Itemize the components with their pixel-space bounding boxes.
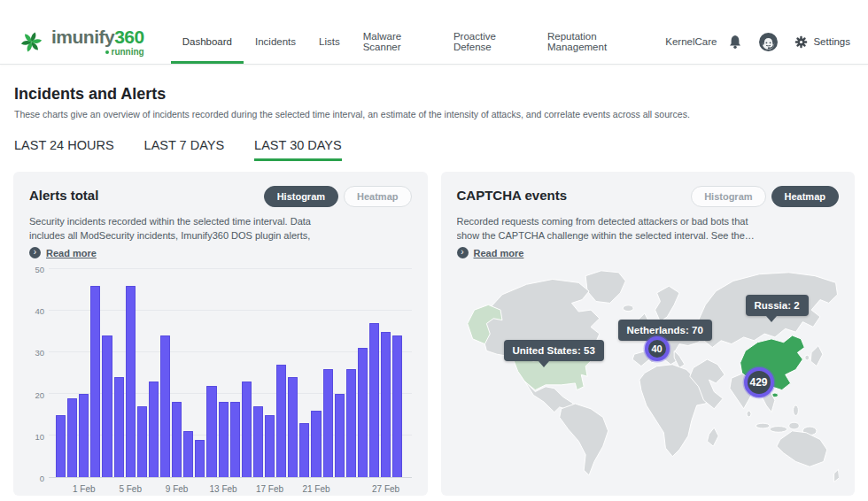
bar-column (253, 269, 263, 477)
nav-item-malware-scanner[interactable]: Malware Scanner (352, 19, 442, 64)
chart-plot-area: 1 Feb5 Feb9 Feb13 Feb17 Feb21 Feb27 Feb (49, 269, 412, 478)
bar[interactable] (335, 394, 345, 477)
bar[interactable] (358, 348, 368, 477)
x-tick-label: 17 Feb (256, 484, 283, 494)
alerts-view-toggle: Histogram Heatmap (264, 186, 412, 207)
bar-column: 13 Feb (219, 269, 229, 477)
y-tick-label: 50 (35, 265, 44, 274)
main-nav: DashboardIncidentsListsMalware ScannerPr… (171, 19, 729, 64)
bar[interactable] (172, 402, 182, 477)
brand-text: imunify360 running (51, 27, 144, 57)
bar[interactable] (242, 382, 252, 477)
gear-icon (794, 35, 808, 49)
x-tick-label: 1 Feb (73, 484, 96, 494)
tooltip-arrow-icon (539, 361, 549, 367)
bar[interactable] (79, 394, 89, 477)
bar[interactable] (195, 440, 205, 477)
bar[interactable] (230, 402, 240, 477)
bar[interactable] (137, 406, 147, 477)
bar[interactable] (323, 369, 333, 477)
alerts-heatmap-button[interactable]: Heatmap (344, 186, 411, 207)
bar[interactable] (126, 286, 136, 477)
bar-column (137, 269, 147, 477)
bar[interactable] (206, 386, 216, 477)
page-header: Incidents and Alerts These charts give a… (14, 85, 854, 119)
bar-column: 27 Feb (381, 269, 391, 477)
captcha-read-more-link[interactable]: Read more (457, 247, 524, 258)
bar[interactable] (346, 369, 356, 477)
alerts-bar-chart: 01020304050 1 Feb5 Feb9 Feb13 Feb17 Feb2… (29, 269, 412, 478)
chart-y-axis: 01020304050 (29, 269, 49, 478)
y-tick-label: 20 (35, 389, 44, 399)
bar-column (299, 269, 309, 477)
tab-last-7-days[interactable]: LAST 7 DAYS (144, 138, 225, 161)
alerts-histogram-button[interactable]: Histogram (264, 186, 338, 207)
map-cluster-badge[interactable]: 40 (645, 336, 670, 361)
x-tick-label: 21 Feb (302, 484, 329, 494)
page-title: Incidents and Alerts (14, 85, 854, 104)
read-more-label: Read more (46, 248, 97, 258)
support-avatar-button[interactable] (758, 32, 779, 52)
nav-item-lists[interactable]: Lists (307, 19, 352, 64)
bar-column (183, 269, 193, 477)
captcha-histogram-button[interactable]: Histogram (691, 186, 765, 207)
bar-column (242, 269, 252, 477)
bar[interactable] (265, 415, 275, 478)
bar[interactable] (149, 382, 159, 477)
bar-column (195, 269, 205, 477)
bar[interactable] (114, 377, 124, 477)
x-tick-label: 9 Feb (166, 484, 189, 494)
bar-column: 17 Feb (265, 269, 275, 477)
x-tick-label: 13 Feb (210, 484, 237, 494)
nav-item-incidents[interactable]: Incidents (244, 19, 307, 64)
bar[interactable] (102, 335, 112, 477)
captcha-world-heatmap: United States: 53Netherlands: 70Russia: … (457, 267, 840, 496)
dashboard-panels: Alerts total Histogram Heatmap Security … (13, 172, 855, 496)
status-dot-icon (105, 50, 109, 54)
chart-bars: 1 Feb5 Feb9 Feb13 Feb17 Feb21 Feb27 Feb (56, 269, 403, 477)
bar[interactable] (299, 423, 309, 477)
nav-item-proactive-defense[interactable]: Proactive Defense (442, 19, 536, 64)
settings-button[interactable]: Settings (794, 35, 850, 49)
settings-label: Settings (813, 36, 850, 47)
notifications-button[interactable] (728, 34, 742, 50)
bar[interactable] (219, 402, 229, 477)
tab-last-30-days[interactable]: LAST 30 DAYS (254, 138, 342, 161)
bar-column: 21 Feb (311, 269, 321, 477)
map-tooltip: Russia: 2 (746, 295, 809, 316)
brand-logo[interactable]: imunify360 running (19, 19, 144, 64)
captcha-heatmap-button[interactable]: Heatmap (771, 186, 839, 207)
bell-icon (728, 34, 742, 50)
alerts-total-title: Alerts total (29, 186, 98, 203)
bar[interactable] (288, 377, 298, 477)
bar[interactable] (67, 398, 77, 477)
bar-column (369, 269, 379, 477)
bar[interactable] (183, 431, 193, 477)
bar-column (90, 269, 100, 477)
bar-column (288, 269, 298, 477)
alerts-read-more-link[interactable]: Read more (29, 247, 97, 258)
x-tick-label: 5 Feb (119, 484, 142, 494)
time-range-tabs: LAST 24 HOURSLAST 7 DAYSLAST 30 DAYS (14, 138, 854, 161)
captcha-events-title: CAPTCHA events (457, 186, 567, 203)
brand-name-360: 360 (114, 27, 144, 47)
bar[interactable] (392, 335, 402, 477)
bar[interactable] (311, 411, 321, 477)
tab-last-24-hours[interactable]: LAST 24 HOURS (14, 138, 114, 161)
nav-item-kernelcare[interactable]: KernelCare (654, 19, 728, 64)
bar[interactable] (56, 415, 66, 478)
bar[interactable] (381, 332, 391, 478)
tooltip-arrow-icon (766, 316, 777, 322)
bar-column (102, 269, 112, 477)
bar[interactable] (160, 335, 170, 477)
bar[interactable] (276, 365, 286, 477)
bar-column (276, 269, 286, 477)
nav-item-reputation-management[interactable]: Reputation Management (536, 19, 654, 64)
y-tick-label: 0 (40, 474, 44, 483)
bar[interactable] (90, 286, 100, 477)
bar[interactable] (369, 323, 379, 477)
bar[interactable] (253, 406, 263, 477)
map-cluster-badge[interactable]: 429 (744, 367, 774, 397)
imunify360-dashboard: imunify360 running DashboardIncidentsLis… (0, 0, 868, 501)
nav-item-dashboard[interactable]: Dashboard (171, 19, 244, 64)
